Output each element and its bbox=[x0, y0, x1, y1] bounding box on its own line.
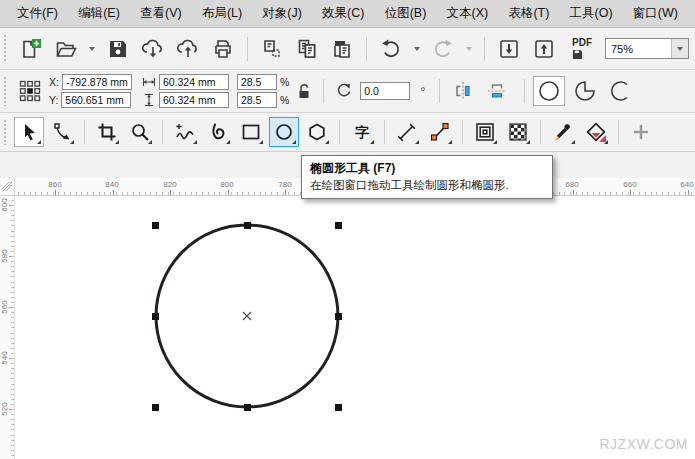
drawing-layer bbox=[15, 196, 695, 459]
vruler-label: 600 bbox=[0, 192, 12, 218]
object-width-input[interactable] bbox=[159, 74, 229, 90]
menu-bitmap[interactable]: 位图(B) bbox=[380, 2, 432, 25]
selection-handle-top-center[interactable] bbox=[244, 222, 251, 229]
zoom-level-combo[interactable]: 75% bbox=[605, 38, 689, 59]
ellipse-tool[interactable] bbox=[269, 117, 299, 147]
toolbox-separator bbox=[162, 120, 163, 144]
toolbox-separator bbox=[384, 120, 385, 144]
menu-object[interactable]: 对象(J) bbox=[257, 2, 307, 25]
polygon-tool[interactable] bbox=[302, 117, 332, 147]
pie-mode-button[interactable] bbox=[569, 76, 601, 106]
rotate-button[interactable] bbox=[332, 76, 356, 106]
x-position-input[interactable] bbox=[62, 74, 132, 90]
export-icon bbox=[532, 37, 556, 61]
text-tool[interactable]: 字 bbox=[347, 117, 377, 147]
bspline-tool[interactable] bbox=[203, 117, 233, 147]
scale-height-percent: % bbox=[280, 94, 289, 106]
contour-tool[interactable] bbox=[470, 117, 500, 147]
copy-button[interactable] bbox=[292, 34, 322, 64]
mirror-horizontal-button[interactable] bbox=[448, 76, 478, 106]
drawing-canvas[interactable]: RJZXW.COM bbox=[15, 196, 695, 459]
pdf-save-icon bbox=[572, 49, 583, 60]
ellipse-tool-tooltip: 椭圆形工具 (F7) 在绘图窗口拖动工具绘制圆形和椭圆形. bbox=[301, 155, 553, 199]
contour-tool-icon bbox=[474, 121, 496, 143]
crop-tool[interactable] bbox=[92, 117, 122, 147]
menu-view[interactable]: 查看(V) bbox=[135, 2, 187, 25]
menu-effects[interactable]: 效果(C) bbox=[317, 2, 369, 25]
open-button[interactable] bbox=[51, 34, 81, 64]
selection-handle-bottom-right[interactable] bbox=[335, 404, 342, 411]
dimension-tool[interactable] bbox=[392, 117, 422, 147]
menu-tools[interactable]: 工具(O) bbox=[565, 2, 618, 25]
lock-ratio-button[interactable] bbox=[293, 76, 315, 106]
scale-height-input[interactable] bbox=[237, 92, 277, 108]
dimension-tool-icon bbox=[396, 121, 418, 143]
interactive-fill-tool[interactable] bbox=[581, 117, 611, 147]
zoom-combo-button[interactable] bbox=[671, 39, 688, 58]
object-height-input[interactable] bbox=[159, 92, 229, 108]
toolbox-grip[interactable] bbox=[3, 119, 8, 145]
y-position-input[interactable] bbox=[61, 92, 131, 108]
ellipse-mode-button[interactable] bbox=[533, 76, 565, 106]
selection-handle-top-left[interactable] bbox=[152, 222, 159, 229]
object-position-grid-icon bbox=[18, 79, 42, 103]
cloud-upload-button[interactable] bbox=[173, 34, 203, 64]
export-button[interactable] bbox=[529, 34, 559, 64]
object-height-icon bbox=[142, 94, 156, 106]
hruler-label: 800 bbox=[220, 180, 233, 189]
tooltip-title: 椭圆形工具 (F7) bbox=[310, 160, 544, 177]
save-icon bbox=[106, 37, 130, 61]
polygon-tool-icon bbox=[306, 121, 328, 143]
menu-text[interactable]: 文本(X) bbox=[442, 2, 494, 25]
transparency-tool[interactable] bbox=[503, 117, 533, 147]
cut-button[interactable] bbox=[257, 34, 287, 64]
publish-to-pdf-button[interactable]: PDF bbox=[564, 34, 600, 64]
import-button[interactable] bbox=[494, 34, 524, 64]
arc-mode-button[interactable] bbox=[605, 76, 637, 106]
cut-icon bbox=[260, 37, 284, 61]
app-window: 文件(F) 编辑(E) 查看(V) 布局(L) 对象(J) 效果(C) 位图(B… bbox=[0, 0, 695, 459]
save-button[interactable] bbox=[103, 34, 133, 64]
ellipse-shape-icon bbox=[536, 78, 562, 104]
toolbox: 字 bbox=[0, 113, 695, 152]
cloud-download-button[interactable] bbox=[138, 34, 168, 64]
print-button[interactable] bbox=[208, 34, 238, 64]
object-center-mark[interactable] bbox=[243, 312, 251, 320]
menu-table[interactable]: 表格(T) bbox=[503, 2, 554, 25]
menu-window[interactable]: 窗口(W) bbox=[628, 2, 683, 25]
undo-button[interactable] bbox=[376, 34, 406, 64]
zoom-tool[interactable] bbox=[125, 117, 155, 147]
selection-handle-middle-left[interactable] bbox=[152, 313, 159, 320]
redo-dropdown-arrow[interactable] bbox=[466, 47, 472, 51]
undo-dropdown-arrow[interactable] bbox=[414, 47, 420, 51]
redo-button[interactable] bbox=[428, 34, 458, 64]
selection-handle-middle-right[interactable] bbox=[335, 313, 342, 320]
connector-tool[interactable] bbox=[425, 117, 455, 147]
scale-width-input[interactable] bbox=[237, 74, 277, 90]
customize-toolbox-button[interactable] bbox=[626, 117, 656, 147]
freehand-tool[interactable] bbox=[170, 117, 200, 147]
hruler-label: 640 bbox=[680, 180, 693, 189]
menu-file[interactable]: 文件(F) bbox=[12, 2, 63, 25]
vertical-ruler[interactable]: 600 580 560 540 520 bbox=[0, 196, 15, 459]
pick-tool[interactable] bbox=[14, 117, 44, 147]
toolbar-separator bbox=[366, 37, 367, 61]
toolbar-grip[interactable] bbox=[3, 34, 8, 63]
propbar-grip[interactable] bbox=[3, 76, 8, 106]
angle-of-rotation-input[interactable] bbox=[360, 82, 410, 100]
new-document-button[interactable] bbox=[16, 34, 46, 64]
interactive-fill-icon bbox=[585, 121, 607, 143]
menu-edit[interactable]: 编辑(E) bbox=[73, 2, 125, 25]
mirror-vertical-button[interactable] bbox=[482, 76, 512, 106]
selection-handle-top-right[interactable] bbox=[335, 222, 342, 229]
paste-button[interactable] bbox=[327, 34, 357, 64]
selection-handle-bottom-center[interactable] bbox=[244, 404, 251, 411]
selection-handle-bottom-left[interactable] bbox=[152, 404, 159, 411]
object-position-button[interactable] bbox=[15, 76, 45, 106]
open-dropdown-arrow[interactable] bbox=[89, 47, 95, 51]
toolbox-separator bbox=[618, 120, 619, 144]
menu-layout[interactable]: 布局(L) bbox=[197, 2, 247, 25]
color-eyedropper-tool[interactable] bbox=[548, 117, 578, 147]
rectangle-tool[interactable] bbox=[236, 117, 266, 147]
shape-tool[interactable] bbox=[47, 117, 77, 147]
